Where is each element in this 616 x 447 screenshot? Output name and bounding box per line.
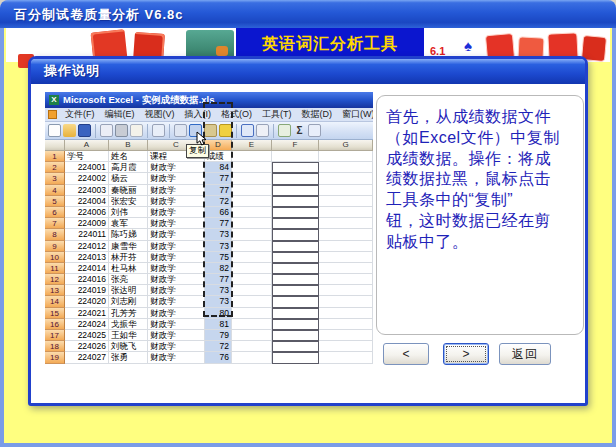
- prev-button[interactable]: <: [383, 343, 429, 365]
- grid-cell: 财政学: [148, 274, 205, 285]
- grid-cell: [232, 330, 272, 341]
- grid-cell: 224016: [65, 274, 109, 285]
- grid-cell: 77: [205, 274, 232, 285]
- excel-menu-item: 工具(T): [257, 108, 297, 121]
- grid-cell: [319, 308, 373, 319]
- excel-grid: ABCDEFG1学号姓名课程成绩2224001高月霞财政学843224002杨云…: [45, 140, 373, 364]
- row-header-cell: 13: [45, 285, 65, 296]
- grid-cell: [272, 352, 319, 363]
- grid-cell: 224013: [65, 252, 109, 263]
- grid-cell: [272, 162, 319, 173]
- column-header-cell: A: [65, 140, 109, 151]
- grid-cell: [319, 319, 373, 330]
- next-button[interactable]: >: [443, 343, 489, 365]
- grid-cell: 孔芳芳: [109, 308, 148, 319]
- row-header-cell: 10: [45, 252, 65, 263]
- grid-cell: 财政学: [148, 263, 205, 274]
- grid-cell: [319, 274, 373, 285]
- grid-cell: [319, 241, 373, 252]
- grid-cell: [319, 352, 373, 363]
- excel-menubar: 文件(F)编辑(E)视图(V)插入(I)格式(O)工具(T)数据(D)窗口(W): [45, 108, 373, 122]
- column-header-cell: E: [232, 140, 272, 151]
- excel-menu-item: 窗口(W): [337, 108, 373, 121]
- row-header-cell: 4: [45, 185, 65, 196]
- grid-cell: 224011: [65, 229, 109, 240]
- grid-cell: 陈巧娣: [109, 229, 148, 240]
- grid-cell: [232, 308, 272, 319]
- grid-cell: [272, 196, 319, 207]
- app-window: 百分制试卷质量分析 V6.8c 英语词汇分析工具 6.1 ♠ 操作说明: [0, 0, 616, 447]
- instruction-text: 首先，从成绩数据文件 （如Excel文件）中复制 成绩数据。操作：将成 绩数据拉…: [386, 107, 576, 253]
- grid-cell: [319, 263, 373, 274]
- grid-cell: 77: [205, 185, 232, 196]
- spade-icon: ♠: [464, 38, 472, 53]
- grid-cell: 林开芬: [109, 252, 148, 263]
- app-client-area: 英语词汇分析工具 6.1 ♠ 操作说明 X Microsoft Excel - …: [4, 28, 612, 443]
- grid-cell: 袁军: [109, 218, 148, 229]
- back-button[interactable]: 返回: [499, 343, 551, 365]
- grid-cell: 戈振华: [109, 319, 148, 330]
- row-header-cell: 6: [45, 207, 65, 218]
- column-header-cell: G: [319, 140, 373, 151]
- grid-cell: 77: [205, 218, 232, 229]
- grid-cell: [232, 151, 272, 162]
- excel-menu-item: 文件(F): [60, 108, 100, 121]
- grid-cell: 224002: [65, 173, 109, 184]
- grid-cell: 82: [205, 263, 232, 274]
- grid-cell: [319, 252, 373, 263]
- grid-cell: 财政学: [148, 207, 205, 218]
- row-header-cell: 7: [45, 218, 65, 229]
- grid-cell: 224026: [65, 341, 109, 352]
- grid-cell: [232, 173, 272, 184]
- grid-cell: 财政学: [148, 319, 205, 330]
- column-header-cell: B: [109, 140, 148, 151]
- grid-cell: 224024: [65, 319, 109, 330]
- thumbnail-art-accent: [216, 46, 228, 56]
- grid-cell: [272, 185, 319, 196]
- excel-menu-item: 格式(O): [216, 108, 257, 121]
- painter-icon: [219, 124, 232, 137]
- row-header-cell: 17: [45, 330, 65, 341]
- excel-menu-item: 视图(V): [140, 108, 180, 121]
- grid-cell: 财政学: [148, 308, 205, 319]
- dialog-title: 操作说明: [44, 63, 100, 78]
- grid-cell: 73: [205, 241, 232, 252]
- grid-cell: 73: [205, 296, 232, 307]
- grid-cell: [272, 229, 319, 240]
- grid-cell: 秦晓丽: [109, 185, 148, 196]
- grid-cell: 成绩: [205, 151, 232, 162]
- app-titlebar: 百分制试卷质量分析 V6.8c: [0, 0, 616, 28]
- grid-cell: 76: [205, 352, 232, 363]
- open-icon: [63, 124, 76, 137]
- grid-cell: 224027: [65, 352, 109, 363]
- grid-cell: 张亮: [109, 274, 148, 285]
- grid-cell: [319, 218, 373, 229]
- grid-cell: [232, 341, 272, 352]
- spell-icon: [152, 124, 165, 137]
- grid-cell: [232, 241, 272, 252]
- grid-cell: [272, 207, 319, 218]
- row-header-cell: 16: [45, 319, 65, 330]
- row-header-cell: 15: [45, 308, 65, 319]
- excel-menu-item: 数据(D): [297, 108, 338, 121]
- grid-cell: 张宏安: [109, 196, 148, 207]
- toolbar-separator: [236, 124, 237, 138]
- grid-cell: [319, 330, 373, 341]
- grid-cell: [232, 218, 272, 229]
- row-header-cell: 5: [45, 196, 65, 207]
- grid-cell: 财政学: [148, 196, 205, 207]
- grid-cell: 66: [205, 207, 232, 218]
- grid-cell: [272, 319, 319, 330]
- grid-cell: [319, 162, 373, 173]
- grid-cell: 财政学: [148, 352, 205, 363]
- grid-cell: [232, 263, 272, 274]
- grid-cell: [319, 151, 373, 162]
- excel-screenshot: X Microsoft Excel - 实例成绩数据.xls 文件(F)编辑(E…: [45, 92, 373, 368]
- grid-cell: 224021: [65, 308, 109, 319]
- toolbar-separator: [273, 124, 274, 138]
- grid-cell: 财政学: [148, 173, 205, 184]
- grid-cell: [319, 296, 373, 307]
- grid-cell: [319, 196, 373, 207]
- grid-cell: [232, 319, 272, 330]
- grid-cell: [272, 173, 319, 184]
